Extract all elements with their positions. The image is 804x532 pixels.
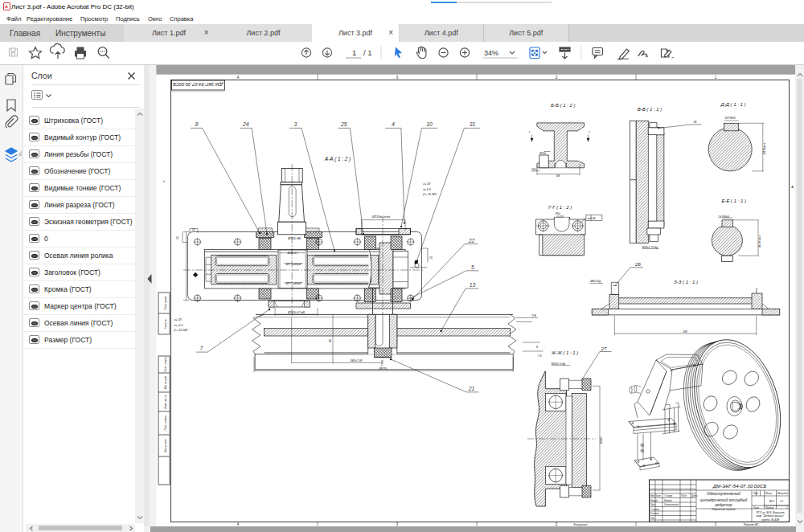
svg-text:Ø140: Ø140 xyxy=(600,437,603,444)
svg-text:21: 21 xyxy=(468,386,475,391)
svg-text:Ø77 p8/p8: Ø77 p8/p8 xyxy=(285,262,302,266)
svg-text:цилиндрический косозубый: цилиндрический косозубый xyxy=(700,497,748,502)
svg-text:18 P9/h9: 18 P9/h9 xyxy=(724,117,735,120)
svg-text:А: А xyxy=(791,185,794,189)
svg-text:16.6: 16.6 xyxy=(531,168,537,171)
svg-text:Ø176кв.н: Ø176кв.н xyxy=(763,143,766,155)
svg-text:16: 16 xyxy=(192,228,195,231)
svg-text:25: 25 xyxy=(340,121,347,127)
svg-text:Пров: Пров xyxy=(650,503,656,506)
svg-text:Подп. и дата: Подп. и дата xyxy=(164,415,167,430)
svg-text:Разраб: Разраб xyxy=(650,499,658,502)
svg-text:Лит.: Лит. xyxy=(753,492,759,495)
svg-text:Ø678+: Ø678+ xyxy=(379,367,388,370)
svg-text:Утв: Утв xyxy=(650,517,655,520)
svg-text:Д-Д ( 1 : 1 ): Д-Д ( 1 : 1 ) xyxy=(720,102,746,107)
svg-text:# докум: # докум xyxy=(664,494,672,497)
svg-text:М10х1.75-6g: М10х1.75-6g xyxy=(642,246,658,249)
svg-text:ДМ-ЭКГ-54-07.30.00СБ: ДМ-ЭКГ-54-07.30.00СБ xyxy=(173,82,224,87)
svg-text:Инв № подл: Инв № подл xyxy=(164,439,167,452)
svg-text:Формат А1: Формат А1 xyxy=(744,523,759,526)
svg-text:Копировал: Копировал xyxy=(574,523,588,526)
svg-text:Б-Б ( 1 : 2 ): Б-Б ( 1 : 2 ) xyxy=(551,103,575,108)
svg-text:Ø12к: Ø12к xyxy=(539,152,546,155)
svg-text:Взам. инв №: Взам. инв № xyxy=(164,395,167,409)
svg-text:/ 1: / 1 xyxy=(363,48,372,57)
svg-text:15: 15 xyxy=(176,236,179,239)
svg-text:М10х1.5-6g: М10х1.5-6g xyxy=(552,362,566,366)
svg-text:Ø125 k7/пВ: Ø125 k7/пВ xyxy=(287,310,305,314)
svg-text:Т. контр: Т. контр xyxy=(650,508,660,511)
svg-text:95: 95 xyxy=(329,339,332,342)
svg-text:Лист: Лист xyxy=(753,506,760,509)
svg-text:З-З ( 1 : 1 ): З-З ( 1 : 1 ) xyxy=(674,280,698,284)
svg-text:ДМ-ЭКГ-54-07.30.00СБ: ДМ-ЭКГ-54-07.30.00СБ xyxy=(712,483,766,489)
svg-text:А-А ( 1 : 2 ): А-А ( 1 : 2 ) xyxy=(324,156,351,162)
svg-text:Чернилевский: Чернилевский xyxy=(664,503,679,506)
svg-text:Подп: Подп xyxy=(681,494,687,497)
svg-text:М6х1-6g: М6х1-6g xyxy=(590,280,601,283)
svg-text:Дата: Дата xyxy=(691,494,698,497)
svg-text:z= 10!: z= 10! xyxy=(174,318,182,321)
svg-text:Н.контр: Н.контр xyxy=(650,512,660,515)
svg-text:Ж-Ж ( 1 : 1 ): Ж-Ж ( 1 : 1 ) xyxy=(551,350,579,355)
svg-text:x= 0.3: x= 0.3 xyxy=(422,188,430,191)
svg-text:Ø30 k7: Ø30 k7 xyxy=(287,251,299,255)
svg-text:Е-Е ( 1 : 1 ): Е-Е ( 1 : 1 ) xyxy=(721,198,746,203)
svg-text:Изм Лист: Изм Лист xyxy=(650,494,662,497)
svg-text:группа Зб-638: группа Зб-638 xyxy=(761,518,780,522)
svg-text:10: 10 xyxy=(426,121,433,127)
svg-text:Ø110ж+л/пв: Ø110ж+л/пв xyxy=(371,215,390,219)
svg-text:Иванов: Иванов xyxy=(664,499,672,502)
svg-text:13: 13 xyxy=(470,282,476,288)
svg-text:Инв № дубл: Инв № дубл xyxy=(164,376,167,390)
svg-text:34%: 34% xyxy=(484,49,498,57)
svg-text:⊕ 0.04: ⊕ 0.04 xyxy=(588,217,596,220)
svg-text:Масса: Масса xyxy=(765,492,773,495)
svg-text:z= 10!: z= 10! xyxy=(422,182,430,186)
svg-text:22: 22 xyxy=(468,238,475,243)
svg-text:β = 10.142°: β = 10.142° xyxy=(422,193,437,196)
svg-text:x= -0.3: x= -0.3 xyxy=(174,324,183,327)
svg-text:П.4: П.4 xyxy=(531,314,536,317)
svg-text:5: 5 xyxy=(471,264,474,270)
svg-text:Город №: Город № xyxy=(164,318,167,329)
svg-text:Ø77 p8/p8: Ø77 p8/p8 xyxy=(285,281,302,285)
svg-text:Подп. и дата: Подп. и дата xyxy=(164,357,167,371)
svg-text:Сборочный чертёж: Сборочный чертёж xyxy=(712,508,736,511)
svg-text:Ø105 H8: Ø105 H8 xyxy=(287,236,302,240)
svg-text:8: 8 xyxy=(195,121,199,127)
svg-text:46.3h кв.н: 46.3h кв.н xyxy=(758,235,761,248)
svg-text:ПГУ гр. М-3. Вариант: ПГУ гр. М-3. Вариант xyxy=(756,511,784,514)
svg-text:Одноступенчатый: Одноступенчатый xyxy=(707,491,740,496)
svg-text:7: 7 xyxy=(200,346,203,351)
svg-text:198: 198 xyxy=(683,330,687,334)
svg-text:+0.010: +0.010 xyxy=(556,215,564,219)
svg-text:84: 84 xyxy=(556,174,560,178)
svg-text:14 P9/h9: 14 P9/h9 xyxy=(718,215,728,219)
svg-text:Листов: Листов xyxy=(765,506,774,509)
svg-text:4: 4 xyxy=(392,121,395,127)
svg-text:редуктор: редуктор xyxy=(715,503,732,507)
svg-text:В-В ( 1 : 1 ): В-В ( 1 : 1 ) xyxy=(638,107,662,112)
svg-text:1:2: 1:2 xyxy=(780,500,783,503)
svg-text:3: 3 xyxy=(294,121,297,127)
svg-text:каф. "Детали машин": каф. "Детали машин" xyxy=(757,514,786,518)
svg-text:31: 31 xyxy=(470,121,476,127)
svg-text:1: 1 xyxy=(352,48,356,57)
svg-text:15: 15 xyxy=(429,256,433,260)
svg-text:26: 26 xyxy=(634,261,641,267)
svg-text:7.5: 7.5 xyxy=(538,354,542,358)
svg-text:24: 24 xyxy=(242,121,249,127)
svg-text:Масштаб: Масштаб xyxy=(777,492,788,495)
svg-text:88,9: 88,9 xyxy=(769,500,774,503)
svg-text:28: 28 xyxy=(693,121,697,124)
svg-text:27: 27 xyxy=(601,346,607,351)
svg-text:Г-Г ( 1 : 2 ): Г-Г ( 1 : 2 ) xyxy=(548,205,572,210)
svg-text:Подп. присм: Подп. присм xyxy=(164,297,167,310)
svg-text:242х1.95: 242х1.95 xyxy=(350,359,363,362)
svg-text:8: 8 xyxy=(536,346,538,349)
svg-text:β = 10.142°: β = 10.142° xyxy=(174,329,189,332)
